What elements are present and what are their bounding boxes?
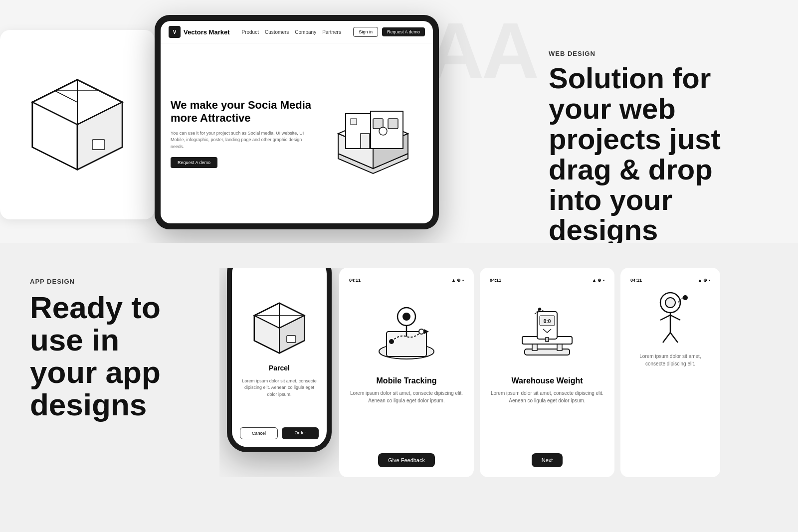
main-phone: 04:11 ▲ ⊕	[219, 268, 339, 452]
tablet-content: We make your Socia Media more Attractive…	[161, 43, 433, 223]
svg-point-46	[665, 298, 675, 308]
card2-time: 04:11	[490, 278, 501, 283]
phone-screen: 04:11 ▲ ⊕	[232, 268, 327, 447]
tablet-hero-image	[323, 84, 423, 183]
svg-text:0:0: 0:0	[544, 319, 551, 324]
top-section: V Vectors Market Product Customers Compa…	[0, 0, 798, 239]
card2-status: 04:11 ▲ ⊕ ▪	[490, 278, 604, 283]
svg-rect-28	[287, 336, 296, 343]
tablet-logo: V Vectors Market	[169, 26, 230, 38]
svg-point-32	[402, 313, 410, 321]
svg-rect-36	[525, 349, 570, 355]
tablet-hero-title: We make your Socia Media more Attractive	[171, 99, 313, 125]
card3-icon	[645, 293, 695, 343]
tablet-screen: V Vectors Market Product Customers Compa…	[161, 21, 433, 223]
nav-link-customers[interactable]: Customers	[265, 29, 289, 35]
right-text-section: WEB DESIGN Solution for your web project…	[519, 40, 798, 255]
warehouse-weight-card: 04:11 ▲ ⊕ ▪ 0:0	[480, 268, 614, 477]
card2-desc: Lorem ipsum dolor sit amet, consecte dip…	[490, 389, 604, 404]
box-icon	[17, 65, 137, 184]
partial-card: 04:11 ▲ ⊕ ▪ Lorem ipsum dolor sit amet, …	[620, 268, 720, 477]
svg-rect-5	[92, 140, 105, 150]
svg-rect-21	[351, 119, 357, 125]
tablet-nav: V Vectors Market Product Customers Compa…	[161, 21, 433, 43]
phones-row: 04:11 ▲ ⊕	[219, 268, 798, 477]
card3-time: 04:11	[630, 278, 642, 283]
phone-frame: 04:11 ▲ ⊕	[227, 268, 332, 452]
web-design-label: WEB DESIGN	[549, 50, 768, 57]
svg-point-47	[683, 295, 688, 300]
mobile-tracking-card: 04:11 ▲ ⊕ ▪	[339, 268, 474, 477]
svg-point-33	[389, 339, 394, 344]
tablet-nav-actions: Sign in Request A demo	[353, 27, 425, 37]
tablet-hero-button[interactable]: Request A demo	[171, 157, 217, 168]
card1-desc: Lorem ipsum dolor sit amet, consecte dip…	[349, 389, 464, 404]
app-title: Ready to use in your app designs	[30, 291, 190, 421]
app-design-label: APP DESIGN	[30, 278, 190, 285]
phone-order-button[interactable]: Order	[282, 427, 319, 439]
card3-desc: Lorem ipsum dolor sit amet, consecte dip…	[630, 353, 710, 367]
tablet-mockup: V Vectors Market Product Customers Compa…	[155, 15, 449, 234]
nav-link-company[interactable]: Company	[295, 29, 316, 35]
nav-link-partners[interactable]: Partners	[322, 29, 341, 35]
phone-cancel-button[interactable]: Cancel	[240, 427, 278, 439]
phone-buttons: Cancel Order	[232, 427, 327, 447]
signin-button[interactable]: Sign in	[353, 27, 378, 37]
svg-point-18	[379, 127, 387, 135]
svg-rect-17	[388, 119, 398, 129]
tablet-nav-links: Product Customers Company Partners	[242, 29, 341, 35]
logo-icon: V	[169, 26, 181, 38]
card1-button[interactable]: Give Feedback	[378, 453, 435, 467]
card1-signal: ▲ ⊕ ▪	[451, 278, 464, 283]
card1-title: Mobile Tracking	[377, 376, 437, 385]
demo-button[interactable]: Request A demo	[382, 27, 425, 36]
svg-point-34	[419, 329, 424, 334]
phone-parcel-title: Parcel	[269, 364, 290, 372]
card3-signal: ▲ ⊕ ▪	[698, 278, 710, 283]
card2-button[interactable]: Next	[532, 453, 563, 467]
solution-title: Solution for your web projects just drag…	[549, 63, 768, 245]
phone-content: Parcel Lorem ipsum dolor sit amet, conse…	[232, 269, 327, 427]
svg-rect-43	[546, 338, 549, 342]
phone-parcel-icon	[249, 298, 309, 358]
tablet-hero-desc: You can use it for your project such as …	[171, 130, 313, 151]
bottom-left-text: APP DESIGN Ready to use in your app desi…	[0, 268, 219, 431]
tablet-frame: V Vectors Market Product Customers Compa…	[155, 15, 439, 229]
card2-title: Warehouse Weight	[511, 376, 583, 385]
nav-link-product[interactable]: Product	[242, 29, 259, 35]
card2-signal: ▲ ⊕ ▪	[592, 278, 604, 283]
card3-status: 04:11 ▲ ⊕ ▪	[630, 278, 710, 283]
phone-status-bar: 04:11 ▲ ⊕	[232, 268, 327, 269]
card1-status: 04:11 ▲ ⊕ ▪	[349, 278, 464, 283]
logo-text: Vectors Market	[184, 28, 230, 36]
card1-time: 04:11	[349, 278, 361, 283]
phone-parcel-desc: Lorem ipsum dolor sit amet, consecte dip…	[240, 378, 319, 398]
tablet-hero-text: We make your Socia Media more Attractive…	[171, 99, 313, 168]
bottom-section: APP DESIGN Ready to use in your app desi…	[0, 243, 798, 532]
svg-rect-15	[361, 134, 370, 149]
mobile-tracking-icon	[372, 297, 441, 366]
box-illustration-card	[0, 30, 155, 219]
warehouse-weight-icon: 0:0	[512, 297, 582, 366]
